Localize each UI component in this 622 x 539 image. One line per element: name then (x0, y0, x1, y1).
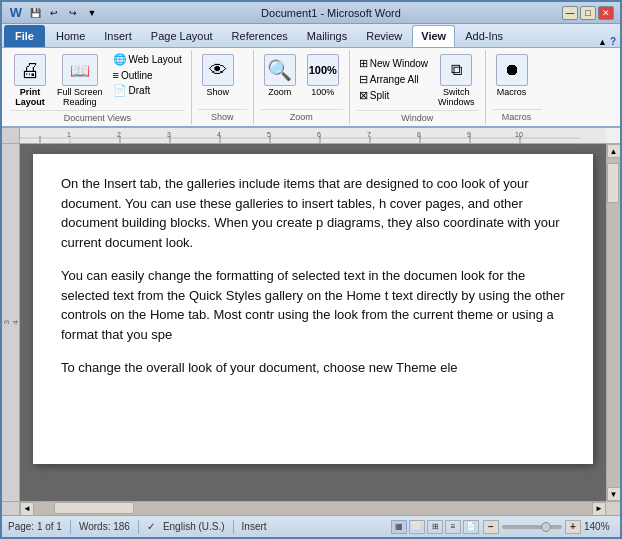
undo-quick-icon[interactable]: ↩ (46, 6, 62, 20)
zoom-label: Zoom (268, 88, 291, 98)
show-button[interactable]: 👁 Show (198, 52, 238, 100)
svg-text:1: 1 (67, 131, 71, 138)
macros-button[interactable]: ⏺ Macros (492, 52, 532, 100)
tab-view[interactable]: View (412, 25, 455, 47)
title-bar-controls: — □ ✕ (562, 6, 614, 20)
page-info: Page: 1 of 1 (8, 521, 62, 532)
qa-dropdown-icon[interactable]: ▼ (84, 6, 100, 20)
tab-mailings[interactable]: Mailings (298, 25, 356, 47)
print-layout-button[interactable]: 🖨 PrintLayout (10, 52, 50, 110)
window-group-label: Window (356, 110, 479, 123)
show-content: 👁 Show (198, 52, 247, 109)
new-window-label: New Window (370, 58, 428, 69)
close-button[interactable]: ✕ (598, 6, 614, 20)
redo-quick-icon[interactable]: ↪ (65, 6, 81, 20)
maximize-button[interactable]: □ (580, 6, 596, 20)
draft-button[interactable]: 📄 Draft (110, 83, 185, 98)
show-group-label: Show (198, 109, 247, 122)
outline-label: Outline (121, 70, 153, 81)
document-views-group-label: Document Views (10, 110, 185, 123)
arrange-all-button[interactable]: ⊟ Arrange All (356, 72, 431, 87)
scroll-track-vertical[interactable] (607, 158, 620, 487)
svg-text:4: 4 (217, 131, 221, 138)
svg-text:5: 5 (267, 131, 271, 138)
minimize-button[interactable]: — (562, 6, 578, 20)
view-outline-button2[interactable]: ≡ (445, 520, 461, 534)
zoom-content: 🔍 Zoom 100% 100% (260, 52, 343, 109)
zoom-100-button[interactable]: 100% 100% (303, 52, 343, 100)
scroll-thumb-vertical[interactable] (607, 163, 619, 203)
ruler-main: 1 2 3 4 5 6 7 8 (20, 128, 606, 143)
title-bar: W 💾 ↩ ↪ ▼ Document1 - Microsoft Word — □… (2, 2, 620, 24)
ruler-svg: 1 2 3 4 5 6 7 8 (20, 128, 606, 143)
svg-text:9: 9 (467, 131, 471, 138)
proofing-icon: ✓ (147, 521, 155, 532)
split-label: Split (370, 90, 389, 101)
save-quick-icon[interactable]: 💾 (27, 6, 43, 20)
ribbon-tabs: File Home Insert Page Layout References … (2, 24, 620, 48)
tab-add-ins[interactable]: Add-Ins (456, 25, 512, 47)
horizontal-scrollbar: ◄ ► (2, 501, 620, 515)
outline-button[interactable]: ≡ Outline (110, 68, 185, 82)
proofing-button[interactable]: ✓ (147, 521, 155, 532)
full-screen-reading-label: Full ScreenReading (57, 88, 103, 108)
macros-label: Macros (497, 88, 527, 98)
view-draft-button2[interactable]: 📄 (463, 520, 479, 534)
document-views-content: 🖨 PrintLayout 📖 Full ScreenReading 🌐 Web… (10, 52, 185, 110)
arrange-all-icon: ⊟ (359, 73, 368, 86)
view-print-button[interactable]: ▦ (391, 520, 407, 534)
full-screen-reading-button[interactable]: 📖 Full ScreenReading (53, 52, 107, 110)
new-window-button[interactable]: ⊞ New Window (356, 56, 431, 71)
tab-page-layout[interactable]: Page Layout (142, 25, 222, 47)
paragraph-1: On the Insert tab, the galleries include… (61, 174, 565, 252)
switch-windows-button[interactable]: ⧉ SwitchWindows (434, 52, 479, 110)
outline-icon: ≡ (113, 69, 119, 81)
window-small-buttons: ⊞ New Window ⊟ Arrange All ⊠ Split (356, 52, 431, 103)
scroll-area: 1 2 3 4 5 6 On the Insert tab, the galle… (2, 144, 620, 501)
ribbon-collapse-icon[interactable]: ▲ (598, 37, 607, 47)
scroll-track-horizontal[interactable] (34, 502, 592, 515)
split-button[interactable]: ⊠ Split (356, 88, 431, 103)
status-sep-1 (70, 520, 71, 534)
scroll-left-button[interactable]: ◄ (20, 502, 34, 516)
vertical-ruler-side: 1 2 3 4 5 6 (2, 144, 20, 501)
zoom-slider-track[interactable] (502, 525, 562, 529)
tab-file[interactable]: File (4, 25, 45, 47)
zoom-100-label: 100% (311, 88, 334, 98)
scroll-corner (606, 502, 620, 516)
page: On the Insert tab, the galleries include… (33, 154, 593, 464)
view-small-buttons: 🌐 Web Layout ≡ Outline 📄 Draft (110, 52, 185, 98)
web-layout-button[interactable]: 🌐 Web Layout (110, 52, 185, 67)
scroll-right-button[interactable]: ► (592, 502, 606, 516)
scroll-down-button[interactable]: ▼ (607, 487, 621, 501)
svg-text:6: 6 (317, 131, 321, 138)
macros-content: ⏺ Macros (492, 52, 542, 109)
help-icon[interactable]: ? (610, 36, 616, 47)
show-icon: 👁 (202, 54, 234, 86)
zoom-in-button[interactable]: + (565, 520, 581, 534)
status-right: ▦ ⬜ ⊞ ≡ 📄 − + 140% (391, 520, 614, 534)
zoom-group-label: Zoom (260, 109, 343, 122)
title-bar-title: Document1 - Microsoft Word (100, 7, 562, 19)
tab-insert[interactable]: Insert (95, 25, 141, 47)
scroll-thumb-horizontal[interactable] (54, 502, 134, 514)
zoom-slider-thumb[interactable] (541, 522, 551, 532)
tab-home[interactable]: Home (47, 25, 94, 47)
split-icon: ⊠ (359, 89, 368, 102)
status-sep-2 (138, 520, 139, 534)
view-fullscreen-button[interactable]: ⬜ (409, 520, 425, 534)
hscroll-left-corner (2, 502, 20, 515)
vertical-scrollbar: ▲ ▼ (606, 144, 620, 501)
svg-text:8: 8 (417, 131, 421, 138)
macros-group-label: Macros (492, 109, 542, 122)
ribbon-content: 🖨 PrintLayout 📖 Full ScreenReading 🌐 Web… (2, 48, 620, 128)
tab-review[interactable]: Review (357, 25, 411, 47)
zoom-button[interactable]: 🔍 Zoom (260, 52, 300, 100)
zoom-percentage: 140% (584, 521, 614, 532)
scroll-up-button[interactable]: ▲ (607, 144, 621, 158)
zoom-out-button[interactable]: − (483, 520, 499, 534)
view-mode-buttons: ▦ ⬜ ⊞ ≡ 📄 (391, 520, 479, 534)
web-layout-icon: 🌐 (113, 53, 127, 66)
tab-references[interactable]: References (223, 25, 297, 47)
view-web-button[interactable]: ⊞ (427, 520, 443, 534)
